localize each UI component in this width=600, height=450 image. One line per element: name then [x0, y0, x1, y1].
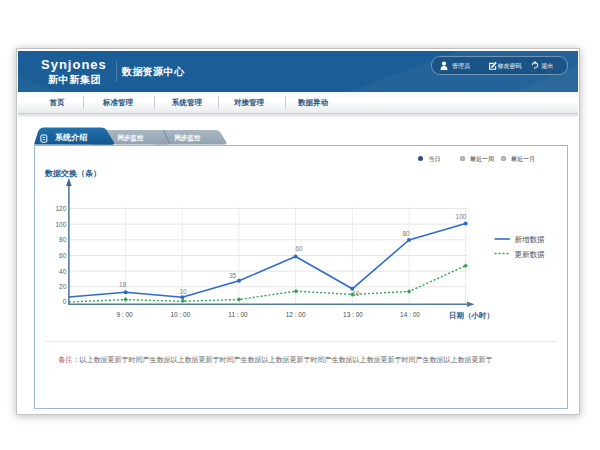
svg-text:20: 20	[59, 283, 67, 290]
svg-text:60: 60	[295, 245, 303, 252]
svg-text:10: 10	[352, 290, 360, 297]
svg-text:新增数据: 新增数据	[515, 235, 546, 244]
svg-text:12 : 00: 12 : 00	[286, 311, 306, 318]
svg-text:9 : 00: 9 : 00	[116, 311, 133, 318]
svg-text:同步监控: 同步监控	[118, 134, 145, 142]
svg-text:100: 100	[55, 221, 66, 228]
svg-text:80: 80	[402, 230, 410, 237]
svg-text:更新数据: 更新数据	[515, 250, 546, 259]
svg-text:同步监控: 同步监控	[175, 134, 202, 142]
svg-text:120: 120	[55, 205, 66, 212]
svg-text:80: 80	[59, 236, 67, 243]
svg-text:系统介绍: 系统介绍	[54, 132, 87, 142]
svg-text:35: 35	[229, 272, 237, 279]
svg-text:100: 100	[456, 213, 467, 220]
svg-text:日期（小时）: 日期（小时）	[449, 311, 494, 320]
svg-text:11 : 00: 11 : 00	[228, 311, 248, 318]
svg-text:14 : 00: 14 : 00	[400, 311, 420, 318]
svg-text:10: 10	[179, 288, 187, 295]
svg-text:0: 0	[63, 298, 67, 305]
svg-text:18: 18	[119, 281, 127, 288]
svg-text:40: 40	[59, 268, 67, 275]
svg-text:60: 60	[59, 252, 67, 259]
svg-text:10 : 00: 10 : 00	[170, 311, 190, 318]
svg-text:13 : 00: 13 : 00	[343, 311, 363, 318]
